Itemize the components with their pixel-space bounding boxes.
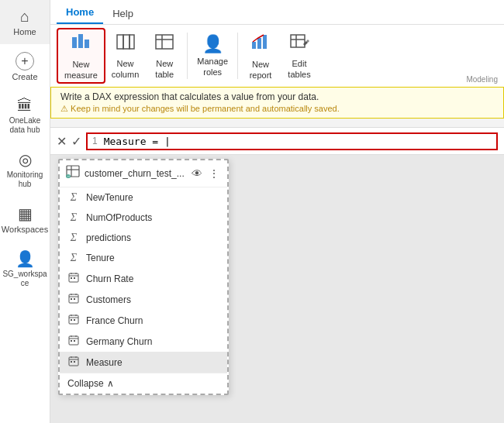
item-label: Churn Rate (86, 273, 133, 284)
formula-bar: ✕ ✓ 1 (50, 127, 504, 155)
tooltip-bar: Write a DAX expression that calculates a… (50, 87, 504, 119)
new-measure-button[interactable]: Newmeasure (57, 28, 105, 84)
sidebar-item-onelake[interactable]: 🏛 OneLakedata hub (0, 89, 50, 143)
item-label: NumOfProducts (86, 212, 152, 223)
sidebar-item-sg[interactable]: 👤 SG_workspace (0, 242, 50, 296)
list-item[interactable]: France Churn (60, 310, 227, 331)
ribbon: Home Help Newmeasure Newcolu (50, 0, 504, 88)
svg-rect-24 (71, 277, 72, 279)
collapse-button[interactable]: Collapse ∧ (60, 373, 227, 394)
ribbon-buttons: Newmeasure Newcolumn Newtable (50, 25, 504, 87)
item-label: Tenure (86, 253, 115, 263)
dropdown-header-actions: 👁 ⋮ (190, 166, 221, 181)
formula-line-number: 1 (92, 136, 98, 146)
new-column-button[interactable]: Newcolumn (105, 28, 145, 84)
sidebar-item-monitoring[interactable]: ◎ Monitoringhub (0, 143, 50, 197)
new-column-label: Newcolumn (112, 58, 139, 81)
main-content: ↩ customer_churn_test_... 👁 ⋮ Σ NewTenur… (50, 155, 504, 423)
svg-rect-25 (74, 277, 75, 279)
svg-rect-9 (252, 42, 256, 49)
calendar-icon (67, 293, 80, 306)
table-icon: ↩ (66, 165, 80, 182)
new-measure-icon (70, 31, 91, 57)
plus-icon: + (16, 52, 34, 70)
new-table-label: Newtable (155, 58, 174, 81)
collapse-label: Collapse (67, 378, 104, 389)
item-label: Measure (86, 357, 123, 368)
svg-rect-42 (71, 340, 72, 342)
list-item-selected[interactable]: Measure (60, 352, 227, 373)
manage-roles-label: Manageroles (197, 56, 228, 78)
dropdown-header: ↩ customer_churn_test_... 👁 ⋮ (60, 160, 227, 187)
item-label: France Churn (86, 315, 143, 326)
formula-confirm-button[interactable]: ✓ (71, 134, 81, 149)
svg-rect-43 (74, 340, 75, 342)
svg-rect-37 (74, 319, 75, 321)
list-item[interactable]: Germany Churn (60, 331, 227, 352)
sidebar-item-label: Monitoringhub (7, 170, 43, 189)
sum-icon: Σ (67, 212, 80, 224)
svg-rect-31 (74, 298, 75, 300)
svg-rect-4 (123, 35, 129, 49)
sidebar-item-home[interactable]: ⌂ Home (0, 0, 50, 44)
new-report-button[interactable]: Newreport (241, 28, 280, 84)
new-table-icon (154, 32, 174, 57)
calendar-icon (67, 356, 80, 369)
sidebar-item-create[interactable]: + Create (0, 44, 50, 89)
sidebar-item-workspaces[interactable]: ▦ Workspaces (0, 197, 50, 242)
sum-icon: Σ (67, 232, 80, 244)
list-item[interactable]: Σ NewTenure (60, 187, 227, 208)
tab-help[interactable]: Help (103, 3, 143, 24)
item-label: NewTenure (86, 192, 133, 203)
svg-rect-2 (85, 40, 89, 48)
formula-input[interactable] (104, 136, 492, 147)
svg-rect-49 (74, 361, 75, 363)
svg-rect-30 (71, 298, 72, 300)
home-icon: ⌂ (20, 8, 29, 26)
dropdown-more-btn[interactable]: ⋮ (207, 166, 221, 181)
svg-rect-36 (71, 319, 72, 321)
item-label: Germany Churn (86, 336, 152, 347)
manage-roles-button[interactable]: 👤 Manageroles (191, 28, 234, 84)
new-column-icon (116, 32, 136, 57)
dropdown-preview-btn[interactable]: 👁 (190, 166, 204, 181)
new-report-icon (250, 31, 271, 57)
list-item[interactable]: Customers (60, 289, 227, 310)
tooltip-warning: ⚠ Keep in mind your changes will be perm… (60, 104, 494, 114)
edit-tables-icon (289, 32, 309, 57)
new-report-label: Newreport (250, 59, 272, 81)
sum-icon: Σ (67, 191, 80, 204)
formula-cancel-button[interactable]: ✕ (57, 134, 67, 149)
ribbon-tabs: Home Help (50, 0, 504, 25)
new-table-button[interactable]: Newtable (145, 28, 184, 84)
list-item[interactable]: Σ Tenure (60, 248, 227, 268)
sidebar-item-label: Workspaces (2, 225, 48, 234)
sidebar-item-label: SG_workspace (2, 270, 47, 288)
list-item[interactable]: Churn Rate (60, 268, 227, 289)
svg-rect-5 (129, 35, 134, 49)
svg-rect-11 (263, 35, 267, 49)
list-item[interactable]: Σ predictions (60, 228, 227, 248)
item-label: predictions (86, 232, 131, 243)
svg-rect-10 (257, 38, 261, 49)
calendar-icon (67, 272, 80, 285)
tooltip-main: Write a DAX expression that calculates a… (60, 91, 494, 102)
workspaces-icon: ▦ (18, 205, 33, 223)
calendar-icon (67, 314, 80, 327)
new-measure-label: Newmeasure (64, 59, 98, 81)
ribbon-sep-1 (187, 33, 188, 79)
ribbon-sep-2 (237, 33, 238, 79)
dropdown-header-title: customer_churn_test_... (85, 168, 185, 179)
sidebar-item-label: OneLakedata hub (9, 116, 41, 135)
sg-icon: 👤 (16, 249, 35, 268)
calendar-icon (67, 335, 80, 348)
svg-rect-0 (72, 37, 77, 48)
svg-rect-3 (117, 35, 123, 49)
edit-tables-button[interactable]: Edittables (280, 28, 319, 84)
sidebar-item-label: Create (12, 72, 37, 81)
list-item[interactable]: Σ NumOfProducts (60, 208, 227, 228)
tab-home[interactable]: Home (57, 2, 103, 24)
edit-tables-label: Edittables (288, 58, 310, 81)
sidebar: ⌂ Home + Create 🏛 OneLakedata hub ◎ Moni… (0, 0, 50, 423)
item-label: Customers (86, 294, 131, 305)
